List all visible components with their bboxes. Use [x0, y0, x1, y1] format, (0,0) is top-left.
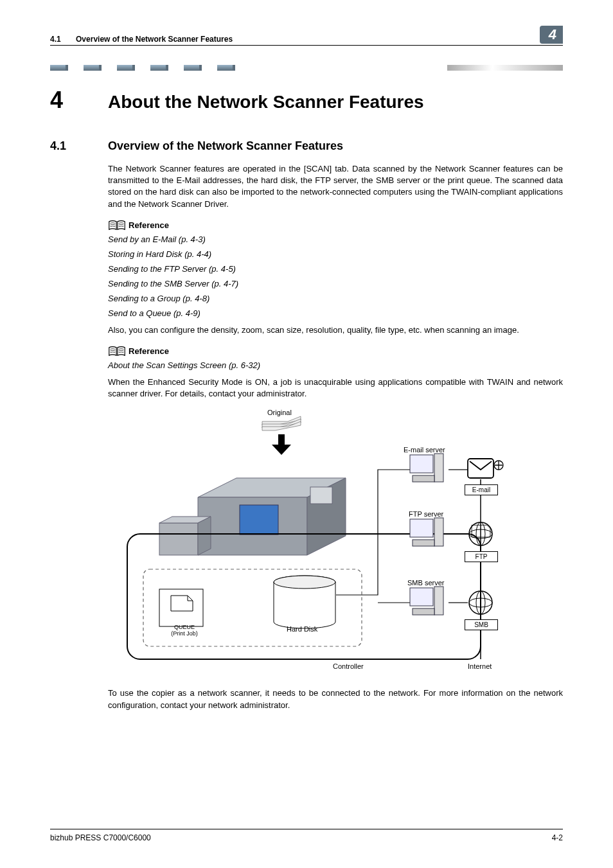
- paragraph-4: To use the copier as a network scanner, …: [108, 687, 563, 711]
- reference-block-2: Reference About the Scan Settings Screen…: [108, 345, 563, 370]
- reference-block-1: Reference Send by an E-Mail (p. 4-3) Sto…: [108, 219, 563, 318]
- svg-rect-4: [159, 523, 198, 555]
- diagram-label-email-server: E-mail server: [404, 446, 445, 454]
- page-header: 4.1 Overview of the Network Scanner Feat…: [50, 26, 563, 46]
- svg-marker-6: [198, 517, 211, 555]
- reference-link[interactable]: Sending to a Group (p. 4-8): [108, 294, 563, 303]
- svg-rect-27: [468, 459, 493, 478]
- diagram-endpoint-ftp: FTP: [465, 551, 498, 562]
- reference-header: Reference: [108, 219, 563, 232]
- svg-rect-24: [410, 588, 433, 606]
- email-server-icon: [410, 454, 443, 482]
- svg-rect-10: [159, 589, 203, 626]
- smb-server-icon: [410, 587, 443, 615]
- book-icon: [108, 345, 126, 358]
- decorative-bar: [50, 65, 563, 71]
- header-section-title: Overview of the Network Scanner Features: [76, 35, 233, 44]
- reference-link[interactable]: Storing in Hard Disk (p. 4-4): [108, 249, 563, 259]
- reference-link[interactable]: Send to a Queue (p. 4-9): [108, 308, 563, 318]
- reference-link[interactable]: Sending to the FTP Server (p. 4-5): [108, 264, 563, 274]
- section-number: 4.1: [50, 139, 108, 153]
- svg-rect-25: [434, 587, 443, 615]
- svg-rect-21: [410, 519, 433, 537]
- diagram-label-internet: Internet: [468, 662, 492, 670]
- diagram-endpoint-smb: SMB: [465, 619, 498, 630]
- diagram-endpoint-email: E-mail: [465, 484, 498, 495]
- svg-rect-23: [413, 540, 434, 546]
- chapter-badge: 4: [540, 26, 563, 44]
- ftp-server-icon: [410, 518, 443, 546]
- reference-label: Reference: [129, 220, 169, 230]
- svg-rect-22: [434, 518, 443, 546]
- svg-rect-19: [434, 454, 443, 482]
- diagram-label-harddisk: Hard Disk: [287, 625, 317, 633]
- section-title-text: Overview of the Network Scanner Features: [108, 139, 343, 153]
- network-diagram: Original: [108, 409, 506, 678]
- chapter-number: 4: [50, 87, 108, 114]
- paragraph-2: Also, you can configure the density, zoo…: [108, 324, 563, 336]
- diagram-label-printjob: (Print Job): [168, 631, 200, 637]
- svg-rect-20: [413, 475, 434, 482]
- svg-point-12: [274, 576, 335, 589]
- paragraph-3: When the Enhanced Security Mode is ON, a…: [108, 376, 563, 400]
- paragraph-1: The Network Scanner features are operate…: [108, 163, 563, 210]
- reference-header: Reference: [108, 345, 563, 358]
- reference-link[interactable]: About the Scan Settings Screen (p. 6-32): [108, 360, 563, 370]
- header-section-number: 4.1: [50, 35, 61, 44]
- diagram-label-smb-server: SMB server: [407, 579, 444, 587]
- section-title: 4.1 Overview of the Network Scanner Feat…: [50, 139, 563, 153]
- svg-rect-7: [310, 487, 332, 504]
- svg-rect-18: [410, 455, 433, 473]
- reference-link[interactable]: Sending to the SMB Server (p. 4-7): [108, 279, 563, 288]
- email-icon: [468, 459, 503, 478]
- footer-product: bizhub PRESS C7000/C6000: [50, 833, 151, 842]
- page-footer: bizhub PRESS C7000/C6000 4-2: [50, 829, 563, 842]
- book-icon: [108, 219, 126, 232]
- reference-label: Reference: [129, 346, 169, 356]
- header-left: 4.1 Overview of the Network Scanner Feat…: [50, 35, 233, 44]
- footer-page: 4-2: [552, 833, 563, 842]
- chapter-title-text: About the Network Scanner Features: [108, 92, 424, 112]
- diagram-label-controller: Controller: [333, 662, 364, 670]
- svg-rect-3: [240, 505, 278, 535]
- diagram-label-ftp-server: FTP server: [409, 510, 443, 518]
- chapter-title: 4 About the Network Scanner Features: [50, 87, 563, 114]
- svg-rect-26: [413, 608, 434, 615]
- reference-link[interactable]: Send by an E-Mail (p. 4-3): [108, 235, 563, 244]
